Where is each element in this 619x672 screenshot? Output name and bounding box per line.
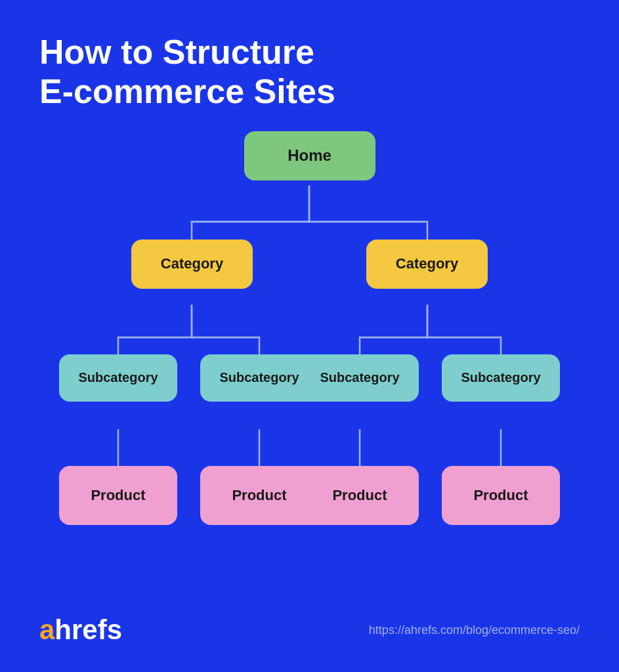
page-title: How to Structure E-commerce Sites <box>39 33 580 112</box>
node-subcategory-rl: Subcategory <box>301 354 419 402</box>
brand-letter-a: a <box>39 614 54 646</box>
node-subcategory-rr: Subcategory <box>442 354 560 402</box>
node-product-rr: Product <box>442 466 560 525</box>
brand-letter-hrefs: hrefs <box>54 614 122 646</box>
brand-logo: a hrefs <box>39 614 122 646</box>
node-product-rl: Product <box>301 466 419 525</box>
node-home: Home <box>244 131 375 180</box>
node-product-ll: Product <box>59 466 177 525</box>
footer: a hrefs https://ahrefs.com/blog/ecommerc… <box>39 614 580 646</box>
node-subcategory-ll: Subcategory <box>59 354 177 402</box>
footer-url: https://ahrefs.com/blog/ecommerce-seo/ <box>369 623 580 637</box>
node-category-left: Category <box>131 240 253 289</box>
page-wrapper: How to Structure E-commerce Sites <box>0 0 619 672</box>
node-category-right: Category <box>366 240 488 289</box>
diagram-area: Home Category Category Subcategory Subca… <box>39 131 580 601</box>
